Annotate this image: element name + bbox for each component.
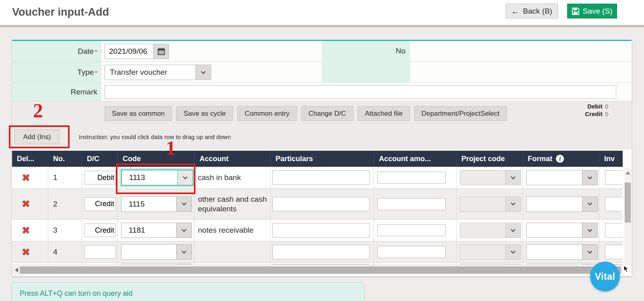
drag-instruction-text: Instruction: you could click data row to… — [79, 133, 231, 140]
particulars-input[interactable] — [272, 170, 370, 185]
calendar-button[interactable] — [154, 44, 169, 59]
format-select[interactable] — [526, 223, 598, 238]
project-code-select[interactable] — [460, 170, 521, 185]
format-select[interactable] — [526, 170, 598, 185]
column-particulars: Particulars — [271, 151, 374, 167]
grid-body: ✖ 1 1113 cash in bank — [12, 167, 623, 264]
mouse-cursor-icon — [623, 265, 629, 272]
date-input[interactable] — [105, 44, 154, 59]
chevron-down-icon[interactable] — [505, 170, 521, 185]
dc-input[interactable] — [84, 245, 116, 259]
code-select[interactable] — [121, 244, 192, 260]
column-delete: Del... — [12, 151, 48, 167]
chevron-down-icon[interactable] — [177, 170, 193, 185]
scroll-up-arrow-icon[interactable] — [625, 171, 630, 174]
tool-panel: Save as common Save as cycle Common entr… — [12, 101, 632, 149]
vertical-scroll-thumb[interactable] — [625, 182, 631, 223]
calendar-icon — [157, 47, 165, 55]
invoice-input[interactable] — [605, 197, 623, 211]
common-entry-button[interactable]: Common entry — [237, 106, 296, 121]
chevron-down-icon[interactable] — [582, 245, 597, 259]
chevron-down-icon[interactable] — [176, 197, 191, 211]
particulars-input[interactable] — [272, 223, 370, 238]
chevron-down-icon[interactable] — [505, 197, 521, 211]
account-amount-input[interactable] — [377, 198, 446, 210]
vital-logo[interactable]: Vital — [590, 262, 620, 291]
chevron-down-icon[interactable] — [176, 223, 191, 238]
table-row[interactable]: ✖ 2 1115 other cash and cash equivalents — [12, 189, 623, 219]
add-row-button[interactable]: Add (Ins) — [14, 129, 60, 144]
grid-header: Del... No. D/C Code Account Particulars … — [12, 151, 623, 167]
project-code-select[interactable] — [460, 244, 521, 260]
column-account: Account — [195, 151, 271, 167]
invoice-input[interactable] — [605, 223, 623, 238]
chevron-down-icon[interactable] — [505, 245, 521, 259]
format-select[interactable] — [526, 244, 598, 260]
horizontal-scrollbar[interactable] — [12, 264, 623, 275]
save-as-common-button[interactable]: Save as common — [105, 106, 172, 121]
delete-row-icon[interactable]: ✖ — [22, 247, 30, 257]
account-name: cash in bank — [195, 173, 241, 182]
delete-row-icon[interactable]: ✖ — [22, 173, 30, 183]
account-name: other cash and cash equivalents — [195, 195, 270, 214]
save-button-label: Save (S) — [583, 7, 613, 16]
dc-input[interactable] — [84, 197, 116, 211]
dc-input[interactable] — [84, 223, 116, 237]
header-divider — [0, 25, 644, 27]
department-project-select-button[interactable]: Department/ProjectSelect — [414, 106, 507, 121]
chevron-down-icon[interactable] — [582, 170, 597, 185]
chevron-down-icon[interactable] — [196, 65, 211, 80]
code-select[interactable]: 1113 — [121, 170, 193, 186]
account-amount-input[interactable] — [377, 224, 446, 236]
type-label: Type * — [12, 62, 101, 82]
no-label: No — [322, 41, 410, 83]
table-row[interactable]: ✖ 1 1113 cash in bank — [12, 167, 623, 189]
chevron-down-icon[interactable] — [582, 197, 597, 211]
account-name: notes receivable — [195, 225, 253, 235]
scroll-left-arrow-icon[interactable] — [15, 268, 18, 272]
chevron-down-icon[interactable] — [176, 245, 191, 259]
chevron-down-icon[interactable] — [582, 223, 597, 238]
debit-credit-summary: Debit0 Credit0 — [585, 102, 608, 118]
back-button[interactable]: ← Back (B) — [506, 4, 558, 18]
save-floppy-icon — [572, 8, 579, 15]
horizontal-scroll-thumb[interactable] — [20, 266, 621, 274]
column-invoice: Inv — [599, 151, 623, 167]
dc-input[interactable] — [84, 171, 116, 184]
chevron-down-icon[interactable] — [505, 223, 521, 238]
type-select[interactable]: Transfer voucher — [105, 65, 211, 80]
code-select-value: 1115 — [121, 200, 144, 209]
debit-total: 0 — [605, 103, 608, 110]
code-select-value: 1181 — [121, 226, 145, 235]
table-row[interactable]: ✖ 3 1181 notes receivable — [12, 219, 623, 242]
save-button[interactable]: Save (S) — [567, 4, 617, 18]
delete-row-icon[interactable]: ✖ — [22, 225, 30, 235]
info-icon[interactable]: i — [556, 155, 564, 163]
project-code-select[interactable] — [460, 197, 521, 212]
row-number: 4 — [48, 248, 58, 256]
format-select[interactable] — [526, 197, 598, 212]
code-select[interactable]: 1115 — [121, 197, 192, 212]
code-select[interactable]: 1181 — [121, 223, 192, 238]
project-code-select[interactable] — [460, 223, 521, 238]
table-row[interactable]: ✖ 4 — [12, 242, 623, 263]
remark-label: Remark — [12, 83, 101, 101]
save-as-cycle-button[interactable]: Save as cycle — [176, 106, 233, 121]
particulars-input[interactable] — [272, 245, 370, 259]
query-aid-text: Press ALT+Q can turn on query aid — [20, 289, 132, 298]
column-account-amount: Account amo... — [374, 151, 457, 167]
change-dc-button[interactable]: Change D/C — [301, 106, 354, 121]
account-amount-input[interactable] — [377, 172, 446, 184]
remark-input[interactable] — [105, 85, 616, 99]
invoice-input[interactable] — [605, 170, 623, 185]
top-bar: Voucher input-Add ← Back (B) Save (S) — [0, 0, 644, 25]
back-button-label: Back (B) — [523, 7, 552, 16]
invoice-input[interactable] — [605, 245, 623, 259]
particulars-input[interactable] — [272, 197, 370, 211]
attached-file-button[interactable]: Attached file — [358, 106, 410, 121]
delete-row-icon[interactable]: ✖ — [22, 199, 30, 209]
row-number: 2 — [48, 200, 58, 209]
debit-label: Debit — [587, 103, 603, 110]
account-amount-input[interactable] — [377, 246, 446, 258]
vertical-scrollbar[interactable] — [624, 168, 631, 264]
